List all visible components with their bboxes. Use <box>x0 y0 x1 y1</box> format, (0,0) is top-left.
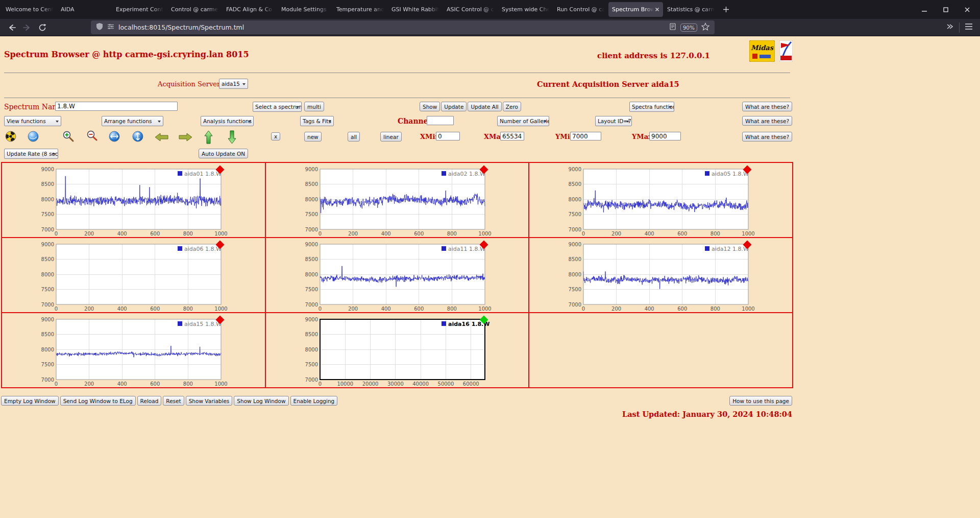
zoom-out-icon[interactable] <box>85 130 99 143</box>
acquisition-servers-label: Acquisition Servers <box>158 80 224 88</box>
layout-id-dropdown[interactable]: Layout ID=7 <box>595 116 632 126</box>
gallery-cell-aida11[interactable]: 0200400600800100070007500800085009000aid… <box>265 238 529 313</box>
svg-text:400: 400 <box>645 231 654 237</box>
analysis-functions-dropdown[interactable]: Analysis functions <box>201 116 254 126</box>
log-button-show-log-window[interactable]: Show Log Window <box>234 396 288 406</box>
browser-tab[interactable]: GSI White Rabbit <box>388 2 443 17</box>
ymax-input[interactable] <box>649 132 681 140</box>
chart-legend: aida12 1.8.W <box>712 246 749 252</box>
log-button-show-variables[interactable]: Show Variables <box>186 396 233 406</box>
galleries-dropdown[interactable]: Number of Galleries <box>497 116 549 126</box>
spectrum-plot: 0200400600800100070007500800085009000aid… <box>529 163 756 237</box>
new-tab-button[interactable] <box>719 3 733 17</box>
zoom-indicator[interactable]: 90% <box>680 23 697 32</box>
spectra-gallery: 0200400600800100070007500800085009000aid… <box>1 162 793 388</box>
menu-hamburger-icon[interactable] <box>965 22 973 32</box>
browser-tab[interactable]: Welcome to Cent <box>2 2 57 17</box>
gallery-cell-aida01[interactable]: 0200400600800100070007500800085009000aid… <box>2 162 265 238</box>
permissions-icon[interactable] <box>107 22 114 32</box>
maximize-icon[interactable] <box>935 0 957 19</box>
xmin-input[interactable] <box>436 132 460 140</box>
browser-tab[interactable]: AIDA <box>57 2 112 17</box>
svg-text:0: 0 <box>318 381 321 387</box>
expand-x-icon[interactable] <box>109 131 120 142</box>
linear-button[interactable]: linear <box>380 132 402 142</box>
acquisition-server-select[interactable]: aida15 <box>219 79 248 89</box>
gallery-cell-aida12[interactable]: 0200400600800100070007500800085009000aid… <box>529 238 793 313</box>
tags-fits-dropdown[interactable]: Tags & Fits <box>300 116 334 126</box>
arrange-functions-dropdown[interactable]: Arrange functions <box>102 116 163 126</box>
chart-legend: aida01 1.8.W <box>184 171 222 177</box>
browser-tab[interactable]: Temperature and <box>333 2 387 17</box>
view-functions-dropdown[interactable]: View functions <box>4 116 61 126</box>
close-window-icon[interactable] <box>957 0 978 19</box>
previous-arrow-icon[interactable] <box>155 132 168 142</box>
move-down-icon[interactable] <box>227 130 237 144</box>
browser-tab[interactable]: ASIC Control @ c <box>443 2 498 17</box>
gallery-cell-aida06[interactable]: 0200400600800100070007500800085009000aid… <box>2 238 265 313</box>
update-all-button[interactable]: Update All <box>468 102 501 111</box>
radiation-icon[interactable] <box>5 131 16 142</box>
browser-tab[interactable]: FADC Align & Co <box>223 2 277 17</box>
gallery-cell-aida16[interactable]: 0100002000030000400005000060000700075008… <box>265 313 529 388</box>
gallery-cell-aida02[interactable]: 0200400600800100070007500800085009000aid… <box>265 162 529 238</box>
x-button[interactable]: x <box>271 132 280 140</box>
what-are-these-button-3[interactable]: What are these? <box>742 132 792 142</box>
xmax-input[interactable] <box>500 132 524 140</box>
spectra-functions-dropdown[interactable]: Spectra functions <box>629 102 674 112</box>
update-button[interactable]: Update <box>441 102 467 111</box>
zero-button[interactable]: Zero <box>503 102 521 111</box>
show-button[interactable]: Show <box>420 102 440 111</box>
browser-tab[interactable]: Module Settings <box>278 2 332 17</box>
reader-mode-icon[interactable] <box>669 22 676 32</box>
forward-icon[interactable] <box>20 21 34 34</box>
new-button[interactable]: new <box>304 132 322 142</box>
gallery-cell-aida15[interactable]: 0200400600800100070007500800085009000aid… <box>2 313 265 388</box>
channel-input[interactable] <box>427 116 454 125</box>
log-button-reset[interactable]: Reset <box>163 396 184 406</box>
svg-text:600: 600 <box>414 306 424 312</box>
what-are-these-button-1[interactable]: What are these? <box>742 102 792 111</box>
tab-close-icon[interactable] <box>655 7 659 12</box>
browser-tab[interactable]: System wide Che <box>498 2 553 17</box>
select-spectrum-dropdown[interactable]: Select a spectrum <box>253 102 302 112</box>
log-button-send-log-window-to-elog[interactable]: Send Log Window to ELog <box>60 396 136 406</box>
svg-text:400: 400 <box>117 381 127 387</box>
url-text[interactable]: localhost:8015/Spectrum/Spectrum.tml <box>118 23 244 31</box>
icon-toolbar: x new all linear XMin XMax YMin YMax Wha… <box>0 129 794 147</box>
update-rate-dropdown[interactable]: Update Rate (8 secs) <box>4 149 58 159</box>
svg-text:1000: 1000 <box>478 306 491 312</box>
blue-disc-icon[interactable] <box>28 131 39 142</box>
spectrum-name-input[interactable] <box>55 102 178 111</box>
all-button[interactable]: all <box>348 132 360 142</box>
svg-text:7500: 7500 <box>569 287 581 292</box>
shield-icon[interactable] <box>96 22 103 32</box>
how-to-use-button[interactable]: How to use this page <box>729 396 792 406</box>
ymin-input[interactable] <box>570 132 601 140</box>
reload-icon[interactable] <box>36 21 49 34</box>
bookmark-star-icon[interactable] <box>701 22 709 33</box>
address-bar[interactable]: localhost:8015/Spectrum/Spectrum.tml 90% <box>91 20 715 34</box>
browser-tab[interactable]: Statistics @ carm <box>664 2 718 17</box>
browser-tab[interactable]: Spectrum Brow <box>608 2 663 17</box>
minimize-icon[interactable] <box>914 0 935 19</box>
overflow-chevrons-icon[interactable] <box>946 22 954 33</box>
svg-text:10000: 10000 <box>337 381 353 387</box>
zoom-in-icon[interactable] <box>62 130 75 143</box>
svg-text:7000: 7000 <box>41 377 54 383</box>
browser-tab[interactable]: Run Control @ ca <box>553 2 608 17</box>
multi-button[interactable]: multi <box>304 102 324 111</box>
back-icon[interactable] <box>5 21 18 34</box>
browser-tab[interactable]: Control @ carme <box>167 2 222 17</box>
svg-text:20000: 20000 <box>362 381 378 387</box>
log-button-empty-log-window[interactable]: Empty Log Window <box>1 396 59 406</box>
what-are-these-button-2[interactable]: What are these? <box>742 116 792 126</box>
log-button-enable-logging[interactable]: Enable Logging <box>290 396 338 406</box>
expand-y-icon[interactable] <box>132 131 143 142</box>
auto-update-button[interactable]: Auto Update ON <box>199 149 248 158</box>
next-arrow-icon[interactable] <box>179 132 192 142</box>
log-button-reload[interactable]: Reload <box>137 396 162 406</box>
browser-tab[interactable]: Experiment Contr <box>112 2 167 17</box>
move-up-icon[interactable] <box>204 130 213 144</box>
gallery-cell-aida05[interactable]: 0200400600800100070007500800085009000aid… <box>529 162 793 238</box>
